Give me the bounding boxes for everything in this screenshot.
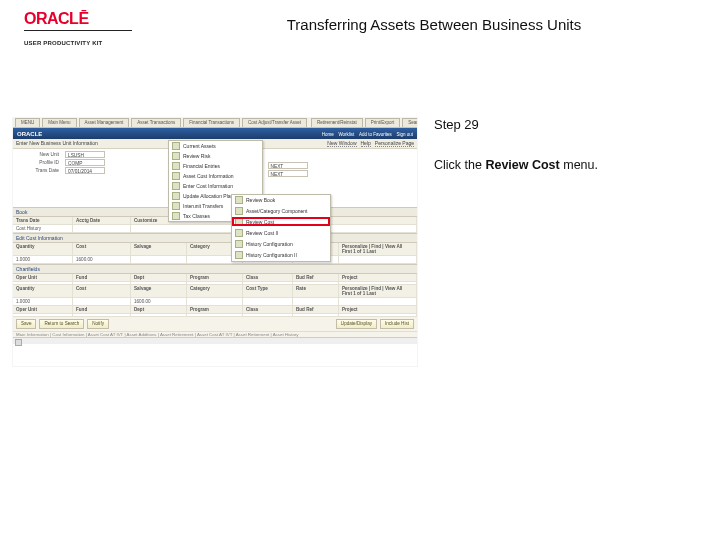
subhead-title: Enter New Business Unit Information [16, 140, 98, 147]
tab[interactable]: Financial Transactions [183, 118, 240, 127]
field[interactable]: 07/01/2014 [65, 167, 105, 174]
tab[interactable]: Asset Transactions [131, 118, 181, 127]
cell[interactable]: 1.0000 [13, 256, 73, 263]
save-button[interactable]: Save [16, 319, 36, 329]
link-pers[interactable]: Personalize Page [375, 140, 414, 147]
upk-text: USER PRODUCTIVITY KIT [24, 40, 102, 46]
cell[interactable] [243, 314, 293, 316]
oracle-bar-logo: ORACLE [17, 131, 42, 137]
cell[interactable] [187, 314, 243, 316]
include-hist-button[interactable]: Include Hist [380, 319, 414, 329]
menu-item[interactable]: Enter Cost Information [169, 181, 262, 191]
cell[interactable] [339, 282, 417, 284]
tab[interactable]: MENU [15, 118, 40, 127]
field[interactable]: LSUSH [65, 151, 105, 158]
submenu-item[interactable]: Review Book [232, 195, 330, 206]
instr-bold: Review Cost [485, 158, 559, 172]
link-home[interactable]: Home [322, 132, 334, 137]
submenu-item[interactable]: History Configuration [232, 239, 330, 250]
tab[interactable]: Search [402, 118, 418, 127]
col: Bud Ref [293, 274, 339, 281]
cell[interactable]: 1600.00 [131, 298, 187, 305]
grid-row: 1.0000 1600.00 [13, 298, 417, 306]
col: Quantity [13, 243, 73, 255]
cell[interactable] [131, 314, 187, 316]
grid-head: Oper Unit Fund Dept Program Class Bud Re… [13, 274, 417, 282]
col: Category [187, 285, 243, 297]
tab[interactable]: Retirement/Reinstat [311, 118, 363, 127]
link-signout[interactable]: Sign out [396, 132, 413, 137]
notify-button[interactable]: Notify [87, 319, 109, 329]
submenu-item-review-cost[interactable]: Review Cost [232, 217, 330, 228]
col: Cost Type [243, 285, 293, 297]
link-newwin[interactable]: New Window [327, 140, 356, 147]
menu-item[interactable]: Asset Cost Information [169, 171, 262, 181]
cell[interactable] [131, 256, 187, 263]
tab[interactable]: Print/Export [365, 118, 401, 127]
instruction-line: Click the Review Cost menu. [434, 158, 692, 172]
upk-divider: USER PRODUCTIVITY KIT [24, 30, 132, 49]
col: Dept [131, 274, 187, 281]
submenu-item[interactable]: History Configuration II [232, 250, 330, 261]
button-row: Save Return to Search Notify Update/Disp… [13, 317, 417, 331]
field[interactable]: NEXT [268, 170, 308, 177]
cell[interactable] [13, 282, 73, 284]
screenshot-thumbnail: MENU Main Menu Asset Management Asset Tr… [12, 117, 418, 367]
cell: Cost History [13, 225, 73, 232]
tab[interactable]: Cost Adjust/Transfer Asset [242, 118, 307, 127]
menu-item[interactable]: Current Assets [169, 141, 262, 151]
menu-item[interactable]: Review Risk [169, 151, 262, 161]
col: Oper Unit [13, 306, 73, 313]
cell[interactable] [243, 282, 293, 284]
col: Fund [73, 274, 131, 281]
menu-item[interactable]: Financial Entries [169, 161, 262, 171]
grid-nav[interactable]: Personalize | Find | View All First 1 of… [339, 243, 417, 255]
col: Rate [293, 285, 339, 297]
col: Salvage [131, 243, 187, 255]
grid-head: Oper Unit Fund Dept Program Class Bud Re… [13, 306, 417, 314]
cell[interactable] [187, 282, 243, 284]
col: Class [243, 306, 293, 313]
return-button[interactable]: Return to Search [39, 319, 84, 329]
label: Trans Date [17, 168, 59, 173]
tab[interactable]: Asset Management [79, 118, 130, 127]
oracle-bar: ORACLE Home Worklist Add to Favorites Si… [13, 128, 417, 139]
cell[interactable]: 1600.00 [73, 256, 131, 263]
cell [339, 298, 417, 305]
cell[interactable] [131, 282, 187, 284]
grid-nav[interactable]: Personalize | Find | View All First 1 of… [339, 285, 417, 297]
cell[interactable] [293, 314, 339, 316]
cell[interactable] [73, 314, 131, 316]
col: Oper Unit [13, 274, 73, 281]
col: Salvage [131, 285, 187, 297]
col: Cost [73, 243, 131, 255]
col: Program [187, 274, 243, 281]
horizontal-scrollbar[interactable] [13, 337, 417, 344]
cell[interactable] [13, 314, 73, 316]
cell[interactable] [187, 298, 243, 305]
link-help[interactable]: Help [361, 140, 371, 147]
cell[interactable] [73, 282, 131, 284]
col: Trans Date [13, 217, 73, 224]
cell[interactable] [293, 298, 339, 305]
cell[interactable]: 1.0000 [13, 298, 73, 305]
instruction-panel: Step 29 Click the Review Cost menu. [418, 117, 700, 367]
label: New Unit [17, 152, 59, 157]
link-worklist[interactable]: Worklist [338, 132, 354, 137]
link-fav[interactable]: Add to Favorites [359, 132, 392, 137]
submenu-item[interactable]: Asset/Category Component [232, 206, 330, 217]
cell[interactable] [73, 298, 131, 305]
cell[interactable] [243, 298, 293, 305]
field[interactable]: NEXT [268, 162, 308, 169]
tab[interactable]: Main Menu [42, 118, 76, 127]
cell[interactable] [293, 282, 339, 284]
field[interactable]: COMP [65, 159, 105, 166]
update-display-button[interactable]: Update/Display [336, 319, 377, 329]
col: Program [187, 306, 243, 313]
col: Fund [73, 306, 131, 313]
step-label: Step 29 [434, 117, 692, 132]
instr-suffix: menu. [560, 158, 598, 172]
cell[interactable] [339, 314, 417, 316]
submenu-item[interactable]: Review Cost II [232, 228, 330, 239]
instr-prefix: Click the [434, 158, 485, 172]
